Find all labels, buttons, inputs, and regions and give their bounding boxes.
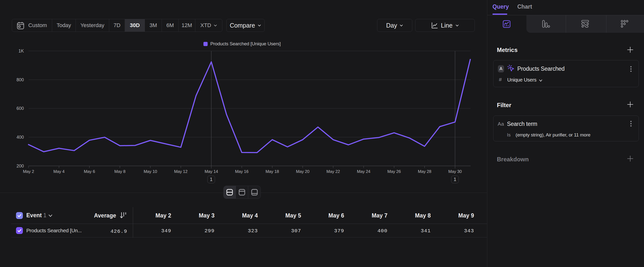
svg-text:May 22: May 22 (326, 169, 340, 174)
svg-text:May 26: May 26 (388, 169, 401, 174)
svg-text:May 28: May 28 (418, 169, 432, 174)
svg-text:1K: 1K (18, 49, 24, 54)
svg-text:May 10: May 10 (144, 169, 157, 174)
svg-text:May 18: May 18 (266, 169, 279, 174)
svg-text:800: 800 (16, 77, 24, 82)
svg-text:200: 200 (16, 164, 24, 168)
svg-text:May 14: May 14 (205, 169, 218, 174)
svg-text:May 16: May 16 (235, 169, 249, 174)
svg-text:May 8: May 8 (114, 169, 126, 174)
svg-text:400: 400 (16, 135, 24, 140)
svg-text:May 30: May 30 (448, 169, 462, 174)
svg-text:May 6: May 6 (84, 169, 95, 174)
svg-text:May 2: May 2 (23, 169, 34, 174)
svg-text:May 24: May 24 (357, 169, 370, 174)
svg-text:600: 600 (16, 106, 24, 111)
svg-text:May 12: May 12 (174, 169, 188, 174)
svg-text:May 20: May 20 (296, 169, 310, 174)
svg-text:May 4: May 4 (54, 169, 64, 174)
